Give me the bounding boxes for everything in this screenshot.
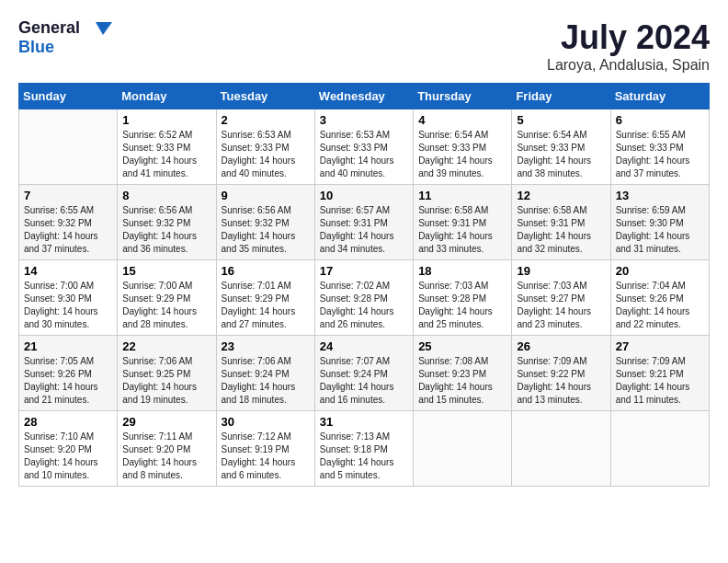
sunrise-text: Sunrise: 6:55 AM (24, 204, 112, 217)
daylight-text: Daylight: 14 hours and 31 minutes. (616, 230, 704, 256)
sunrise-text: Sunrise: 7:00 AM (24, 280, 112, 293)
sunset-text: Sunset: 9:19 PM (222, 443, 310, 456)
calendar-cell: 14Sunrise: 7:00 AMSunset: 9:30 PMDayligh… (19, 260, 118, 336)
day-number: 13 (616, 189, 704, 202)
sunrise-text: Sunrise: 6:59 AM (616, 204, 704, 217)
daylight-text: Daylight: 14 hours and 33 minutes. (418, 230, 506, 256)
calendar-cell: 21Sunrise: 7:05 AMSunset: 9:26 PMDayligh… (19, 336, 118, 411)
day-number: 16 (222, 264, 310, 278)
sunset-text: Sunset: 9:33 PM (616, 142, 704, 155)
calendar-cell: 7Sunrise: 6:55 AMSunset: 9:32 PMDaylight… (19, 185, 118, 260)
daylight-text: Daylight: 14 hours and 40 minutes. (222, 155, 310, 180)
calendar-cell: 31Sunrise: 7:13 AMSunset: 9:18 PMDayligh… (314, 411, 413, 487)
day-number: 3 (320, 113, 408, 127)
location: Laroya, Andalusia, Spain (547, 57, 710, 74)
sunrise-text: Sunrise: 7:06 AM (222, 355, 310, 368)
month-title: July 2024 (547, 18, 710, 57)
sunset-text: Sunset: 9:32 PM (24, 217, 112, 230)
sunset-text: Sunset: 9:26 PM (616, 293, 704, 305)
calendar-cell: 2Sunrise: 6:53 AMSunset: 9:33 PMDaylight… (216, 109, 314, 185)
sunrise-text: Sunrise: 7:09 AM (616, 355, 704, 368)
day-number: 23 (222, 339, 310, 353)
day-number: 14 (24, 264, 112, 278)
daylight-text: Daylight: 14 hours and 26 minutes. (320, 305, 408, 331)
daylight-text: Daylight: 14 hours and 37 minutes. (616, 155, 704, 180)
calendar-cell (610, 411, 709, 487)
calendar-cell: 26Sunrise: 7:09 AMSunset: 9:22 PMDayligh… (512, 336, 610, 411)
sunrise-text: Sunrise: 6:57 AM (320, 204, 408, 217)
day-number: 20 (616, 264, 704, 278)
calendar-week-1: 7Sunrise: 6:55 AMSunset: 9:32 PMDaylight… (19, 185, 710, 260)
day-info: Sunrise: 7:09 AMSunset: 9:21 PMDaylight:… (616, 355, 704, 407)
day-number: 6 (616, 113, 704, 127)
day-info: Sunrise: 6:58 AMSunset: 9:31 PMDaylight:… (418, 204, 506, 256)
day-number: 8 (122, 189, 210, 202)
day-info: Sunrise: 6:59 AMSunset: 9:30 PMDaylight:… (616, 204, 704, 256)
day-number: 31 (320, 415, 408, 429)
calendar-week-3: 21Sunrise: 7:05 AMSunset: 9:26 PMDayligh… (19, 336, 710, 411)
sunrise-text: Sunrise: 7:05 AM (24, 355, 112, 368)
day-number: 4 (418, 113, 506, 127)
day-info: Sunrise: 6:53 AMSunset: 9:33 PMDaylight:… (222, 129, 310, 180)
calendar-cell (19, 109, 118, 185)
sunset-text: Sunset: 9:32 PM (122, 217, 210, 230)
calendar-cell: 17Sunrise: 7:02 AMSunset: 9:28 PMDayligh… (314, 260, 413, 336)
col-monday: Monday (118, 84, 216, 109)
calendar-cell (512, 411, 610, 487)
daylight-text: Daylight: 14 hours and 37 minutes. (24, 230, 112, 256)
calendar-cell: 23Sunrise: 7:06 AMSunset: 9:24 PMDayligh… (216, 336, 314, 411)
col-friday: Friday (512, 84, 610, 109)
daylight-text: Daylight: 14 hours and 19 minutes. (122, 381, 210, 407)
daylight-text: Daylight: 14 hours and 25 minutes. (418, 305, 506, 331)
day-number: 21 (24, 339, 112, 353)
day-number: 1 (122, 113, 210, 127)
col-thursday: Thursday (414, 84, 512, 109)
sunset-text: Sunset: 9:23 PM (418, 368, 506, 381)
sunrise-text: Sunrise: 7:03 AM (418, 280, 506, 293)
day-number: 22 (122, 339, 210, 353)
day-info: Sunrise: 7:03 AMSunset: 9:28 PMDaylight:… (418, 280, 506, 331)
sunrise-text: Sunrise: 6:52 AM (122, 129, 210, 142)
sunrise-text: Sunrise: 7:06 AM (122, 355, 210, 368)
sunset-text: Sunset: 9:29 PM (222, 293, 310, 305)
daylight-text: Daylight: 14 hours and 22 minutes. (616, 305, 704, 331)
daylight-text: Daylight: 14 hours and 10 minutes. (24, 456, 112, 482)
col-sunday: Sunday (19, 84, 118, 109)
sunset-text: Sunset: 9:33 PM (418, 142, 506, 155)
sunrise-text: Sunrise: 7:01 AM (222, 280, 310, 293)
daylight-text: Daylight: 14 hours and 30 minutes. (24, 305, 112, 331)
day-number: 9 (222, 189, 310, 202)
sunset-text: Sunset: 9:20 PM (122, 443, 210, 456)
day-number: 25 (418, 339, 506, 353)
day-info: Sunrise: 7:08 AMSunset: 9:23 PMDaylight:… (418, 355, 506, 407)
calendar-cell: 4Sunrise: 6:54 AMSunset: 9:33 PMDaylight… (414, 109, 512, 185)
day-info: Sunrise: 7:09 AMSunset: 9:22 PMDaylight:… (517, 355, 605, 407)
logo: General Blue (18, 18, 114, 57)
sunrise-text: Sunrise: 7:10 AM (24, 431, 112, 443)
sunrise-text: Sunrise: 7:12 AM (222, 431, 310, 443)
sunset-text: Sunset: 9:31 PM (320, 217, 408, 230)
sunset-text: Sunset: 9:33 PM (517, 142, 605, 155)
sunrise-text: Sunrise: 7:00 AM (122, 280, 210, 293)
day-number: 27 (616, 339, 704, 353)
calendar-cell: 10Sunrise: 6:57 AMSunset: 9:31 PMDayligh… (314, 185, 413, 260)
col-wednesday: Wednesday (314, 84, 413, 109)
sunset-text: Sunset: 9:30 PM (616, 217, 704, 230)
calendar-cell: 3Sunrise: 6:53 AMSunset: 9:33 PMDaylight… (314, 109, 413, 185)
day-number: 7 (24, 189, 112, 202)
calendar-cell: 16Sunrise: 7:01 AMSunset: 9:29 PMDayligh… (216, 260, 314, 336)
sunset-text: Sunset: 9:28 PM (320, 293, 408, 305)
sunrise-text: Sunrise: 6:54 AM (517, 129, 605, 142)
calendar-cell: 24Sunrise: 7:07 AMSunset: 9:24 PMDayligh… (314, 336, 413, 411)
svg-marker-0 (96, 22, 112, 35)
day-number: 12 (517, 189, 605, 202)
sunrise-text: Sunrise: 6:58 AM (418, 204, 506, 217)
sunset-text: Sunset: 9:31 PM (418, 217, 506, 230)
title-block: July 2024 Laroya, Andalusia, Spain (547, 18, 710, 74)
calendar-cell: 18Sunrise: 7:03 AMSunset: 9:28 PMDayligh… (414, 260, 512, 336)
day-info: Sunrise: 6:53 AMSunset: 9:33 PMDaylight:… (320, 129, 408, 180)
sunrise-text: Sunrise: 7:09 AM (517, 355, 605, 368)
daylight-text: Daylight: 14 hours and 13 minutes. (517, 381, 605, 407)
sunset-text: Sunset: 9:20 PM (24, 443, 112, 456)
day-info: Sunrise: 6:57 AMSunset: 9:31 PMDaylight:… (320, 204, 408, 256)
